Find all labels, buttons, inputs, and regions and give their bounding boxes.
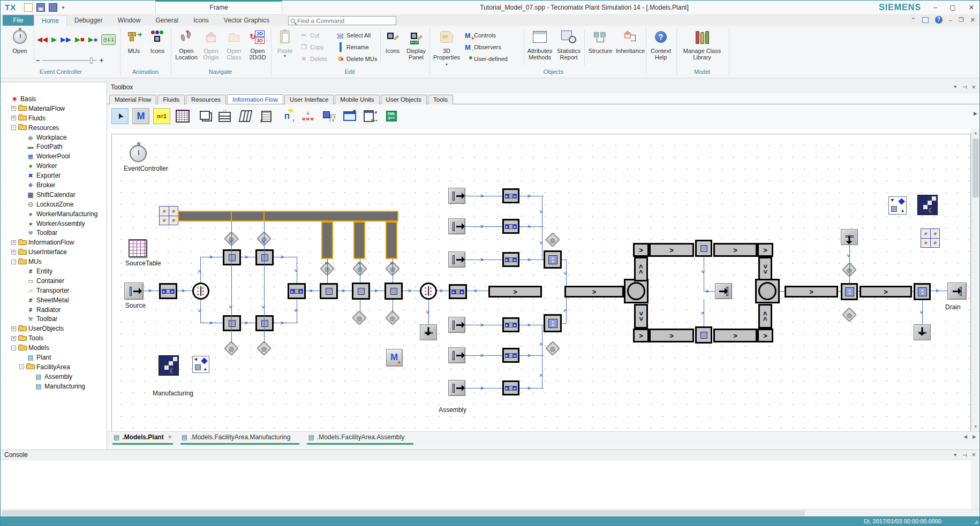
icons-edit-button[interactable]: Icons xyxy=(382,28,403,54)
source-node[interactable] xyxy=(448,188,465,204)
expander-icon[interactable]: - xyxy=(11,125,16,130)
mus-button[interactable]: ➜ MUs xyxy=(123,28,145,54)
user-defined-button[interactable]: User-defined xyxy=(464,54,508,64)
workplace-node[interactable] xyxy=(545,232,560,247)
tree-item[interactable]: - Models xyxy=(1,343,107,353)
shift-calendar-node[interactable] xyxy=(917,195,938,215)
3d-properties-button[interactable]: 3D Properties ▼ xyxy=(433,28,461,68)
open-2d3d-button[interactable]: 2D3D Open 2D/3D xyxy=(246,28,269,60)
source-node[interactable] xyxy=(448,347,465,363)
conveyor-corner-node[interactable] xyxy=(634,304,648,329)
save-as-icon[interactable] xyxy=(49,3,57,12)
tree-item[interactable]: + UserObjects xyxy=(1,324,107,333)
toolbox-tab[interactable]: User Interface xyxy=(284,95,334,104)
manage-class-library-button[interactable]: Manage Class Library xyxy=(679,28,726,60)
parallel-station-node[interactable] xyxy=(352,283,370,300)
tab-scroll-left-icon[interactable]: ◀ xyxy=(963,434,967,439)
conveyor-node[interactable] xyxy=(649,329,694,342)
command-search[interactable] xyxy=(288,16,396,25)
conveyor-corner-node[interactable] xyxy=(757,243,773,257)
fast-forward-icon[interactable]: ▶▶ xyxy=(61,35,71,44)
tree-item[interactable]: + InformationFlow xyxy=(1,238,107,247)
station-node[interactable] xyxy=(695,326,712,344)
toolbox-tab[interactable]: Material Flow xyxy=(109,95,156,104)
tree-item[interactable]: Broker xyxy=(1,180,107,190)
minimize-button[interactable]: – xyxy=(933,4,937,11)
context-help-button[interactable]: ? Context Help xyxy=(648,28,674,60)
close-panel-icon[interactable]: × xyxy=(971,452,976,458)
tree-item[interactable]: Container xyxy=(1,276,107,286)
turntable-node[interactable] xyxy=(755,279,780,303)
conveyor-corner-node[interactable] xyxy=(757,329,773,342)
exit-station-node[interactable] xyxy=(715,283,732,299)
buffer-node[interactable]: ▸▸ xyxy=(288,283,306,299)
buffer-node[interactable]: ▸▸ xyxy=(502,348,519,363)
reset-icon[interactable]: ◀◀ xyxy=(37,35,48,44)
tree-item[interactable]: Basis xyxy=(1,94,107,104)
conveyor-corner-node[interactable] xyxy=(758,304,772,329)
document-tab[interactable]: .Models.FacilityArea.Manufacturing xyxy=(180,432,300,445)
tree-item[interactable]: Workplace xyxy=(1,133,107,142)
scroll-down-icon[interactable]: ▼ xyxy=(971,423,980,431)
tool-trigger[interactable]: Π xyxy=(278,108,296,124)
expander-icon[interactable]: + xyxy=(11,336,16,341)
frame-sheet[interactable]: EventController SourceTable Source ▸▸ ▸▸… xyxy=(111,134,971,431)
tool-attribute-explorer[interactable]: M M M xyxy=(299,108,316,124)
collapse-ribbon-icon[interactable]: ⌃ xyxy=(911,17,916,24)
dismantle-station-node[interactable]: ▴▾ xyxy=(914,283,931,300)
footpath-branch-node[interactable] xyxy=(353,222,365,259)
ribbon-tab[interactable]: Debugger xyxy=(67,15,110,26)
toolbox-tab[interactable]: User Objects xyxy=(381,95,427,104)
ribbon-tab[interactable]: File xyxy=(3,15,34,26)
station-node[interactable] xyxy=(255,249,274,265)
buffer-node[interactable]: ▸▸ xyxy=(449,284,467,299)
tree-item[interactable]: SheetMetal xyxy=(1,295,107,305)
station-node[interactable] xyxy=(223,249,241,265)
scroll-thumb[interactable] xyxy=(973,139,979,197)
buffer-node[interactable]: ▸▸ xyxy=(502,252,519,267)
tool-tablefile[interactable] xyxy=(174,108,191,124)
search-input[interactable] xyxy=(297,18,394,24)
assembly-station-node[interactable]: ▴▾ xyxy=(544,250,562,269)
close-panel-icon[interactable]: × xyxy=(971,84,976,90)
ribbon-tab[interactable]: Icons xyxy=(186,15,216,26)
tree-item[interactable]: Entity xyxy=(1,266,107,276)
observers-button[interactable]: MObservers xyxy=(464,42,501,52)
workplace-node[interactable] xyxy=(385,310,400,325)
drain-node[interactable] xyxy=(947,283,967,300)
tree-item[interactable]: WorkerManufacturing xyxy=(1,209,107,219)
source-node[interactable] xyxy=(448,218,465,234)
expander-icon[interactable]: + xyxy=(11,106,16,111)
footpath-branch-node[interactable] xyxy=(386,222,397,259)
tool-method[interactable]: M xyxy=(132,108,149,124)
tool-file-interface[interactable]: S++ xyxy=(362,108,379,124)
workplace-node[interactable] xyxy=(842,307,857,322)
conveyor-corner-node[interactable] xyxy=(758,257,772,281)
conveyor-corner-node[interactable] xyxy=(633,243,649,257)
conveyor-node[interactable] xyxy=(488,286,542,298)
delete-button[interactable]: ✕Delete xyxy=(300,54,327,64)
assembly-station-node[interactable]: ▴▾ xyxy=(841,283,858,300)
station-node[interactable] xyxy=(223,315,241,331)
store-node[interactable] xyxy=(914,324,931,340)
panel-menu-icon[interactable]: ▼ xyxy=(953,453,958,458)
toolbox-overflow-icon[interactable]: ▶ xyxy=(974,111,977,116)
tool-select-cursor[interactable] xyxy=(111,108,129,124)
workplace-node[interactable] xyxy=(352,310,367,325)
tree-item[interactable]: - FacilityArea xyxy=(1,362,107,372)
display-panel-button[interactable]: A=10 Display Panel xyxy=(404,28,428,60)
event-controller-node[interactable] xyxy=(130,145,147,162)
workplace-node[interactable] xyxy=(224,341,239,356)
open-class-button[interactable]: Open Class xyxy=(223,28,245,60)
toolbox-tab[interactable]: Mobile Units xyxy=(335,95,379,104)
scroll-up-icon[interactable]: ▲ xyxy=(971,129,980,138)
buffer-node[interactable]: ▸▸ xyxy=(502,219,519,234)
conveyor-node[interactable] xyxy=(713,329,757,342)
new-model-icon[interactable] xyxy=(24,3,33,12)
document-tab[interactable]: .Models.Plant xyxy=(112,432,173,445)
tree-item[interactable]: Exporter xyxy=(1,171,107,180)
conveyor-node[interactable] xyxy=(713,243,757,257)
assembly-station-node[interactable]: ▴▾ xyxy=(544,314,562,332)
conveyor-node[interactable] xyxy=(860,286,912,298)
tool-display[interactable]: 1 3 0 xyxy=(320,108,337,124)
